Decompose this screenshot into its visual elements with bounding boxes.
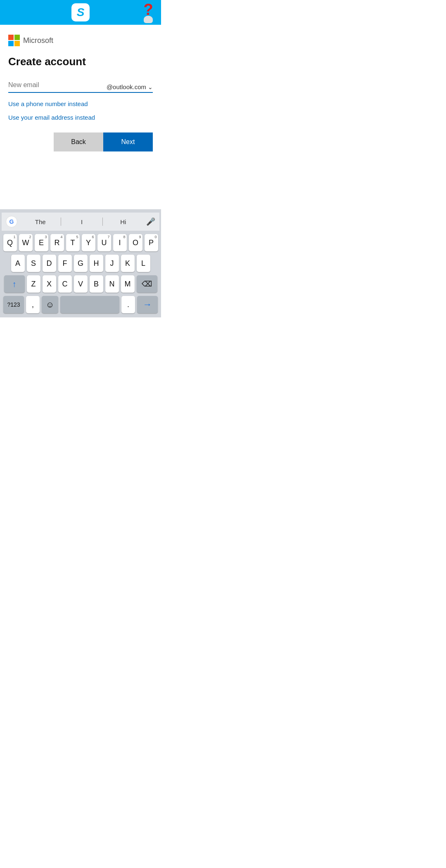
key-n[interactable]: N (105, 275, 119, 293)
key-q[interactable]: Q1 (3, 234, 17, 251)
key-w[interactable]: W2 (19, 234, 33, 251)
key-z[interactable]: Z (27, 275, 40, 293)
key-e[interactable]: E3 (35, 234, 48, 251)
figure-icon (144, 16, 153, 23)
header: S ? (0, 0, 161, 25)
email-input[interactable] (8, 80, 107, 90)
key-y[interactable]: Y6 (82, 234, 95, 251)
key-p[interactable]: P0 (145, 234, 158, 251)
suggestion-the[interactable]: The (20, 218, 61, 225)
key-b[interactable]: B (90, 275, 103, 293)
key-l[interactable]: L (137, 255, 150, 272)
spacer (8, 151, 153, 201)
how-to-win-logo: ? (139, 2, 158, 23)
suggestion-hi[interactable]: Hi (103, 218, 144, 225)
page-title: Create account (8, 55, 153, 68)
suggestions-bar: G The I Hi 🎤 (2, 213, 159, 231)
ms-square-green (14, 35, 20, 40)
keyboard-row-1: Q1 W2 E3 R4 T5 Y6 U7 I8 O9 P0 (2, 234, 159, 251)
key-g[interactable]: G (74, 255, 88, 272)
question-mark-icon: ? (143, 2, 153, 17)
main-content: Microsoft Create account @outlook.com ⌄ … (0, 25, 161, 209)
next-button[interactable]: Next (103, 132, 153, 151)
key-d[interactable]: D (43, 255, 56, 272)
keyboard-bottom-row: ?123 , ☺ . → (2, 296, 159, 313)
key-j[interactable]: J (105, 255, 119, 272)
virtual-keyboard: G The I Hi 🎤 Q1 W2 E3 R4 T5 Y6 U7 I8 O9 … (0, 209, 161, 317)
delete-key[interactable]: ⌫ (137, 275, 157, 293)
back-button[interactable]: Back (54, 132, 103, 151)
ms-square-yellow (14, 41, 20, 46)
key-s[interactable]: S (27, 255, 40, 272)
key-i[interactable]: I8 (113, 234, 127, 251)
comma-key[interactable]: , (26, 296, 40, 313)
enter-key[interactable]: → (137, 296, 158, 313)
domain-dropdown[interactable]: @outlook.com ⌄ (107, 83, 153, 90)
skype-logo: S (71, 3, 90, 21)
period-key[interactable]: . (121, 296, 135, 313)
domain-label: @outlook.com (107, 83, 146, 90)
phone-number-link[interactable]: Use a phone number instead (8, 100, 153, 107)
email-address-link[interactable]: Use your email address instead (8, 114, 153, 121)
symbols-key[interactable]: ?123 (3, 296, 24, 313)
key-r[interactable]: R4 (50, 234, 64, 251)
microsoft-squares-icon (8, 35, 20, 46)
chevron-down-icon: ⌄ (148, 84, 153, 90)
space-key[interactable] (60, 296, 119, 313)
emoji-key[interactable]: ☺ (42, 296, 58, 313)
keyboard-row-3: ↑ Z X C V B N M ⌫ (2, 275, 159, 293)
mic-icon[interactable]: 🎤 (146, 217, 155, 226)
key-v[interactable]: V (74, 275, 88, 293)
key-k[interactable]: K (121, 255, 135, 272)
keyboard-row-2: A S D F G H J K L (2, 255, 159, 272)
key-a[interactable]: A (11, 255, 25, 272)
key-f[interactable]: F (58, 255, 72, 272)
suggestion-i[interactable]: I (61, 218, 102, 225)
key-o[interactable]: O9 (129, 234, 142, 251)
suggestions-row: G The I Hi 🎤 (6, 216, 155, 227)
key-m[interactable]: M (121, 275, 135, 293)
key-x[interactable]: X (43, 275, 56, 293)
key-t[interactable]: T5 (66, 234, 80, 251)
key-h[interactable]: H (90, 255, 103, 272)
microsoft-label: Microsoft (23, 36, 53, 45)
google-icon[interactable]: G (6, 216, 17, 227)
key-c[interactable]: C (58, 275, 72, 293)
microsoft-logo: Microsoft (8, 35, 153, 46)
email-input-row: @outlook.com ⌄ (8, 80, 153, 93)
ms-square-red (8, 35, 14, 40)
skype-s-letter: S (77, 6, 85, 19)
button-row: Back Next (8, 132, 153, 151)
ms-square-blue (8, 41, 14, 46)
shift-key[interactable]: ↑ (4, 275, 25, 293)
key-u[interactable]: U7 (97, 234, 111, 251)
